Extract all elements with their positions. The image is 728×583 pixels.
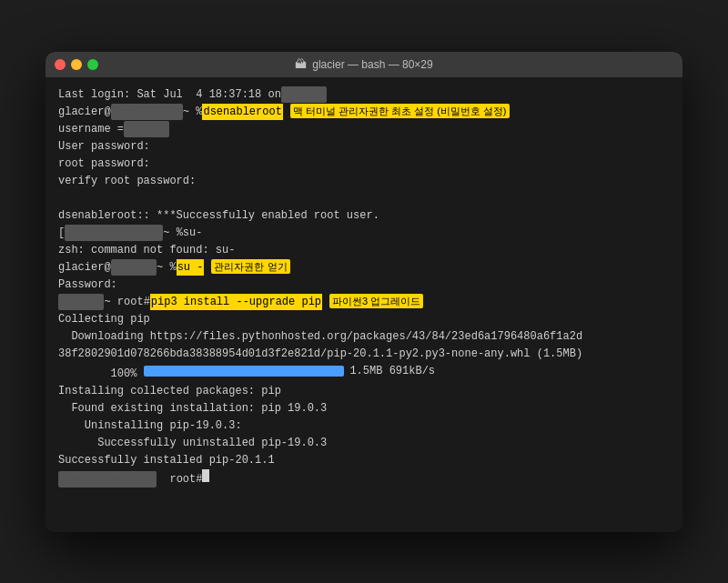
terminal-body[interactable]: Last login: Sat Jul 4 18:37:18 on ttys00… [46,77,682,532]
maximize-button[interactable] [87,59,98,70]
window-title: glacier — bash — 80×29 [312,58,432,71]
line-su-correct: glacier@MacBook ~ % su - 관리자권한 얻기 [58,259,670,276]
final-user-blurred: glacier@MacBook [58,471,157,488]
line-verify-root: verify root password: [58,173,670,189]
prompt-user2: [ [58,225,65,241]
line-username: username = glacier [58,121,670,137]
line-uninstalled: Successfully uninstalled pip-19.0.3 [58,435,670,451]
last-login-text: Last login: Sat Jul 4 18:37:18 on [58,86,281,103]
terminal-window: 🏔 glacier — bash — 80×29 Last login: Sat… [46,52,682,532]
line-su-prompt: [glacier@MacBook ~ % su- [58,225,670,241]
line-password: Password: [58,276,670,293]
su-cmd: su - [177,259,205,276]
close-button[interactable] [55,59,66,70]
line-final-prompt: glacier@MacBook root# [58,469,670,488]
line-user-password: User password: [58,138,670,155]
dsenableroot-cmd: dsenableroot [202,104,282,120]
folder-icon: 🏔 [295,57,307,71]
line-uninstalling: Uninstalling pip-19.0.3: [58,417,670,434]
line-root-password: root password: [58,156,670,172]
line-installing: Installing collected packages: pip [58,383,670,399]
progress-bar [144,366,344,377]
line-downloading2: 38f2802901d078266bda38388954d01d3f2e821d… [58,346,670,362]
annotation-pip3: 파이썬3 업그레이드 [329,294,423,309]
username-blurred: glacier [124,121,169,137]
line-su-error: zsh: command not found: su- [58,242,670,258]
annotation-dsenableroot: 맥 터미널 관리자권한 최초 설정 (비밀번호 설정) [290,104,510,119]
titlebar: 🏔 glacier — bash — 80×29 [46,52,682,77]
line-blank [58,190,670,206]
line-collecting: Collecting pip [58,311,670,327]
annotation-su: 관리자권한 얻기 [211,259,289,275]
hostname-blurred: MacBook-Pro [111,104,183,120]
last-login-device-blurred: ttys003 [281,86,327,103]
minimize-button[interactable] [71,59,82,70]
line-installed: Successfully installed pip-20.1.1 [58,452,670,468]
traffic-lights [55,59,98,70]
line-1: Last login: Sat Jul 4 18:37:18 on ttys00… [58,86,670,103]
line-downloading1: Downloading https://files.pythonhosted.o… [58,328,670,345]
line-pip3-prompt: glacier ~ root# pip3 install --upgrade p… [58,294,670,310]
root-user-blurred: glacier [58,294,104,310]
prompt-path: ~ % [183,104,203,120]
prompt-user: glacier@ [58,104,111,120]
line-2: glacier@MacBook-Pro ~ % dsenableroot 맥 터… [58,104,670,120]
line-progress: 100% 1.5MB 691kB/s [58,363,670,382]
cursor [202,469,209,482]
hostname2-blurred: MacBook [111,259,157,276]
pip3-cmd: pip3 install --upgrade pip [150,294,322,310]
titlebar-text: 🏔 glacier — bash — 80×29 [295,57,432,71]
progress-bar-container: 1.5MB 691kB/s [144,363,435,379]
line-success-enabled: dsenableroot:: ***Successfully enabled r… [58,207,670,224]
line-found-existing: Found existing installation: pip 19.0.3 [58,400,670,417]
user2-blurred: glacier@MacBook [65,225,163,241]
